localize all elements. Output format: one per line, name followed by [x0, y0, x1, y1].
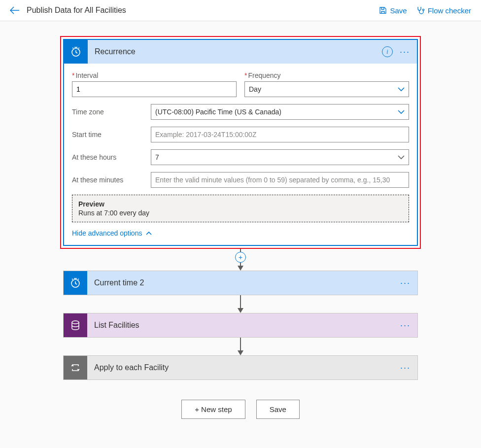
chevron-down-icon	[398, 155, 405, 160]
chevron-down-icon	[398, 87, 405, 92]
timezone-label: Time zone	[72, 108, 151, 116]
interval-input[interactable]	[72, 81, 237, 97]
database-icon	[64, 313, 87, 337]
chevron-down-icon	[398, 109, 405, 114]
new-step-button[interactable]: + New step	[181, 400, 245, 419]
minutes-input[interactable]	[151, 172, 409, 188]
hide-advanced-options[interactable]: Hide advanced options	[72, 229, 409, 237]
clock-icon	[64, 271, 87, 295]
svg-point-3	[72, 321, 79, 324]
frequency-select[interactable]: Day	[244, 81, 409, 97]
connector	[238, 338, 243, 355]
connector: +	[235, 249, 246, 271]
flow-checker-label: Flow checker	[428, 6, 471, 15]
frequency-label: *Frequency	[244, 71, 409, 79]
loop-icon	[64, 356, 87, 379]
save-icon	[379, 6, 387, 14]
apply-to-each-title: Apply to each Facility	[87, 363, 400, 372]
more-menu[interactable]: ···	[400, 278, 411, 288]
hours-select[interactable]: 7	[151, 149, 409, 165]
current-time-card[interactable]: Current time 2 ···	[63, 271, 418, 295]
save-label: Save	[390, 6, 407, 15]
start-time-label: Start time	[72, 131, 151, 138]
save-button[interactable]: Save	[379, 6, 407, 15]
clock-icon	[64, 40, 88, 64]
more-menu[interactable]: ···	[400, 320, 411, 331]
svg-point-0	[422, 9, 424, 10]
preview-box: Preview Runs at 7:00 every day	[72, 195, 409, 222]
bottom-save-button[interactable]: Save	[256, 400, 300, 419]
recurrence-card[interactable]: Recurrence i ··· *Interval *Frequency Da…	[63, 39, 418, 246]
highlighted-step: Recurrence i ··· *Interval *Frequency Da…	[60, 36, 421, 249]
info-icon[interactable]: i	[382, 46, 393, 57]
timezone-select[interactable]: (UTC-08:00) Pacific Time (US & Canada)	[151, 104, 409, 120]
connector	[238, 295, 243, 313]
preview-title: Preview	[78, 200, 403, 208]
minutes-label: At these minutes	[72, 176, 151, 184]
flow-checker-button[interactable]: Flow checker	[416, 6, 471, 15]
chevron-up-icon	[146, 231, 152, 235]
list-facilities-title: List Facilities	[87, 321, 400, 330]
list-facilities-card[interactable]: List Facilities ···	[63, 313, 418, 338]
back-arrow[interactable]	[10, 6, 20, 14]
apply-to-each-card[interactable]: Apply to each Facility ···	[63, 355, 418, 380]
interval-label: *Interval	[72, 71, 237, 79]
more-menu[interactable]: ···	[400, 47, 410, 57]
add-step-button[interactable]: +	[235, 252, 246, 263]
start-time-input[interactable]	[151, 127, 409, 142]
stethoscope-icon	[416, 6, 425, 15]
flow-title: Publish Data for All Facilities	[27, 6, 126, 15]
recurrence-title: Recurrence	[88, 47, 382, 56]
hours-label: At these hours	[72, 153, 151, 161]
current-time-title: Current time 2	[87, 278, 400, 287]
more-menu[interactable]: ···	[400, 363, 411, 373]
preview-text: Runs at 7:00 every day	[78, 209, 403, 217]
